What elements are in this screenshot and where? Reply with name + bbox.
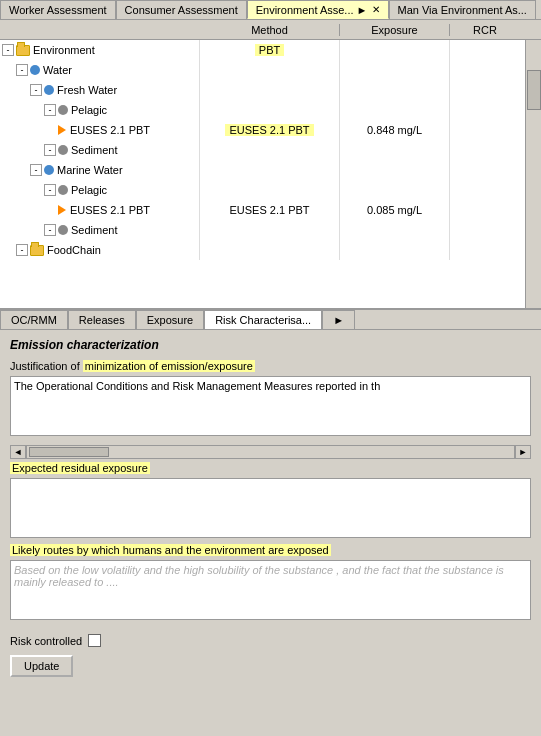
tab-worker-assessment[interactable]: Worker Assessment [0, 0, 116, 19]
tree-rcr-euses-marine [450, 200, 520, 220]
circle-marine-icon [44, 165, 54, 175]
scroll-right-arrow[interactable]: ► [515, 445, 531, 459]
justification-label-text: Justification of [10, 360, 80, 372]
expected-residual-label: Expected residual exposure [10, 462, 531, 474]
tab-ocrmm[interactable]: OC/RMM [0, 310, 68, 329]
tree-cell-marine: - Marine Water [0, 160, 200, 180]
tree-cell-water: - Water [0, 60, 200, 80]
tree-cell-euses-marine: EUSES 2.1 PBT [0, 200, 200, 220]
vertical-scrollbar[interactable] [525, 40, 541, 310]
tree-row: EUSES 2.1 PBT EUSES 2.1 PBT 0.848 mg/L [0, 120, 541, 140]
tree-row: - Water [0, 60, 541, 80]
tree-row: - Sediment [0, 140, 541, 160]
tree-cell-foodchain: - FoodChain [0, 240, 200, 260]
likely-routes-label: Likely routes by which humans and the en… [10, 544, 531, 556]
h-scrollbar-thumb[interactable] [29, 447, 109, 457]
circle-pelagic-fresh-icon [58, 105, 68, 115]
expand-sediment-fresh-icon[interactable]: - [44, 144, 56, 156]
tree-rcr-environment [450, 40, 520, 60]
tab-exposure[interactable]: Exposure [136, 310, 204, 329]
tree-rcr-marine [450, 160, 520, 180]
tab-risk-characterisa[interactable]: Risk Characterisa... [204, 310, 322, 329]
tab-ocrmm-label: OC/RMM [11, 314, 57, 326]
tree-exposure-freshwater [340, 80, 450, 100]
expand-foodchain-icon[interactable]: - [16, 244, 28, 256]
scrollbar-thumb[interactable] [527, 70, 541, 110]
expand-marine-icon[interactable]: - [30, 164, 42, 176]
tree-label-euses-fresh: EUSES 2.1 PBT [70, 124, 150, 136]
tree-method-water [200, 60, 340, 80]
likely-routes-textarea[interactable] [10, 560, 531, 620]
column-headers: Method Exposure RCR [0, 20, 541, 40]
tree-label-freshwater: Fresh Water [57, 84, 117, 96]
tree-exposure-foodchain [340, 240, 450, 260]
tree-exposure-euses-fresh: 0.848 mg/L [340, 120, 450, 140]
tree-method-environment: PBT [200, 40, 340, 60]
expand-water-icon[interactable]: - [16, 64, 28, 76]
tab-more[interactable]: ► [322, 310, 355, 329]
tree-method-pelagic-fresh [200, 100, 340, 120]
tab-man-via-label: Man Via Environment As... [398, 4, 527, 16]
tree-method-sediment-fresh [200, 140, 340, 160]
tree-exposure-euses-marine: 0.085 mg/L [340, 200, 450, 220]
circle-sediment-fresh-icon [58, 145, 68, 155]
tree-rcr-pelagic-marine [450, 180, 520, 200]
tree-rcr-water [450, 60, 520, 80]
tree-exposure-environment [340, 40, 450, 60]
tab-environment-label: Environment Asse... ► [256, 4, 368, 16]
tree-cell-pelagic-fresh: - Pelagic [0, 100, 200, 120]
tree-rcr-freshwater [450, 80, 520, 100]
tree-cell-pelagic-marine: - Pelagic [0, 180, 200, 200]
justification-label: Justification of minimization of emissio… [10, 360, 531, 372]
h-scrollbar[interactable] [26, 445, 515, 459]
tree-label-pelagic-fresh: Pelagic [71, 104, 107, 116]
expand-pelagic-fresh-icon[interactable]: - [44, 104, 56, 116]
scroll-left-arrow[interactable]: ◄ [10, 445, 26, 459]
tab-more-label: ► [333, 314, 344, 326]
risk-controlled-label: Risk controlled [10, 635, 82, 647]
col-exposure-header: Exposure [340, 24, 450, 36]
risk-controlled-checkbox[interactable] [88, 634, 101, 647]
likely-routes-highlight: Likely routes by which humans and the en… [10, 544, 331, 556]
tree-row: - Marine Water [0, 160, 541, 180]
tree-exposure-marine [340, 160, 450, 180]
bottom-tab-bar: OC/RMM Releases Exposure Risk Characteri… [0, 310, 541, 330]
folder-icon [16, 45, 30, 56]
tree-cell-sediment-marine: - Sediment [0, 220, 200, 240]
expand-sediment-marine-icon[interactable]: - [44, 224, 56, 236]
tab-exposure-label: Exposure [147, 314, 193, 326]
play-icon-euses-marine [58, 205, 66, 215]
tab-man-via-environment[interactable]: Man Via Environment As... [389, 0, 536, 19]
tab-releases[interactable]: Releases [68, 310, 136, 329]
expected-residual-textarea[interactable] [10, 478, 531, 538]
close-environment-tab[interactable]: ✕ [372, 4, 380, 15]
tab-environment-assessment[interactable]: Environment Asse... ► ✕ [247, 0, 389, 19]
tree-row: EUSES 2.1 PBT EUSES 2.1 PBT 0.085 mg/L [0, 200, 541, 220]
tree-rcr-pelagic-fresh [450, 100, 520, 120]
tab-consumer-assessment[interactable]: Consumer Assessment [116, 0, 247, 19]
tree-label-sediment-marine: Sediment [71, 224, 117, 236]
tree-rcr-foodchain [450, 240, 520, 260]
emission-section-title: Emission characterization [10, 338, 531, 352]
expand-environment-icon[interactable]: - [2, 44, 14, 56]
circle-water-icon [30, 65, 40, 75]
update-button[interactable]: Update [10, 655, 73, 677]
tree-method-sediment-marine [200, 220, 340, 240]
circle-freshwater-icon [44, 85, 54, 95]
tree-method-pelagic-marine [200, 180, 340, 200]
tree-method-euses-fresh: EUSES 2.1 PBT [200, 120, 340, 140]
expand-pelagic-marine-icon[interactable]: - [44, 184, 56, 196]
tree-method-foodchain [200, 240, 340, 260]
method-highlight-euses-fresh: EUSES 2.1 PBT [225, 124, 313, 136]
expand-freshwater-icon[interactable]: - [30, 84, 42, 96]
h-scrollbar-container: ◄ ► [10, 444, 531, 460]
tree-exposure-sediment-fresh [340, 140, 450, 160]
col-method-header: Method [200, 24, 340, 36]
tree-cell-sediment-fresh: - Sediment [0, 140, 200, 160]
tab-worker-label: Worker Assessment [9, 4, 107, 16]
method-highlight-environment: PBT [255, 44, 284, 56]
tree-exposure-pelagic-marine [340, 180, 450, 200]
justification-textarea[interactable] [10, 376, 531, 436]
tree-rcr-sediment-fresh [450, 140, 520, 160]
tree-method-marine [200, 160, 340, 180]
